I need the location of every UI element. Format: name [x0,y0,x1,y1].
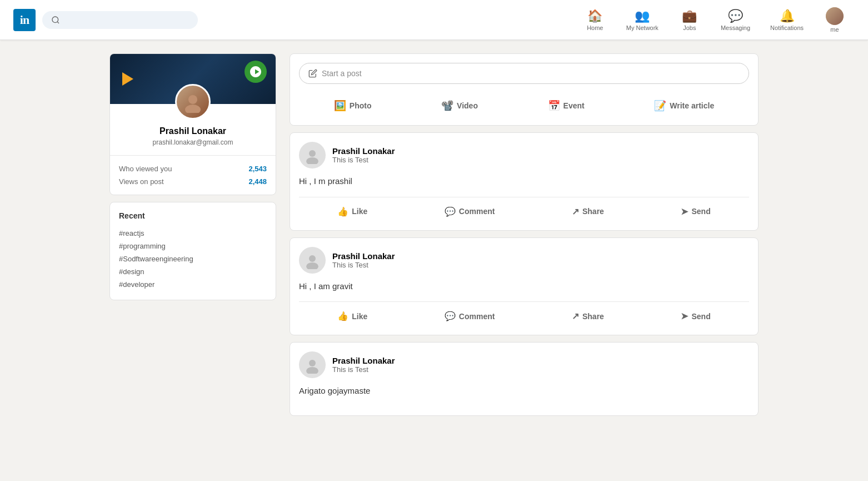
post-3-content: Arigato gojaymaste [299,385,749,398]
send-icon: ➤ [681,206,688,217]
composer-video-button[interactable]: 📽️ Video [432,95,487,116]
post-card-3: Prashil Lonakar This is Test Arigato goj… [290,342,759,416]
post-2-header: Prashil Lonakar This is Test [299,247,749,274]
recent-item-programming[interactable]: #programming [119,240,267,252]
post-2-like-button[interactable]: 👍 Like [328,306,376,326]
messaging-icon: 💬 [728,9,743,23]
post-2-author-name[interactable]: Prashil Lonakar [332,251,395,261]
profile-card: Prashil Lonakar prashil.lonakar@gmail.co… [109,53,276,195]
search-bar[interactable] [42,11,198,29]
post-1-send-label: Send [691,207,710,216]
composer-actions: 🖼️ Photo 📽️ Video 📅 Event 📝 Write articl… [299,91,749,116]
avatar-image [826,7,844,25]
nav-messaging[interactable]: 💬 Messaging [712,4,759,36]
svg-point-4 [309,150,316,157]
who-viewed-label: Who viewed you [119,165,172,173]
nav-me-label: me [830,26,839,33]
logo-text: in [20,13,29,27]
feed: Start a post 🖼️ Photo 📽️ Video 📅 Event 📝 [290,53,759,416]
svg-point-2 [188,95,197,104]
comment-icon-2: 💬 [445,311,456,321]
post-1-header: Prashil Lonakar This is Test [299,142,749,168]
main-layout: Prashil Lonakar prashil.lonakar@gmail.co… [101,40,767,429]
recent-item-reactjs[interactable]: #reactjs [119,227,267,240]
composer-input-row: Start a post [299,63,749,84]
profile-avatar [175,84,211,120]
nav-home[interactable]: 🏠 Home [575,4,615,36]
nav-me[interactable]: me [815,3,855,37]
profile-avatar-wrapper [175,84,211,120]
post-3-author-sub: This is Test [332,365,395,374]
composer-photo-button[interactable]: 🖼️ Photo [325,95,381,116]
post-1-like-label: Like [352,207,367,216]
post-2-author-info: Prashil Lonakar This is Test [332,251,395,269]
my-network-icon: 👥 [635,9,650,23]
composer-event-button[interactable]: 📅 Event [539,95,593,116]
header-left: in [13,9,198,31]
who-viewed-row[interactable]: Who viewed you 2,543 [119,162,267,175]
svg-point-6 [309,255,316,262]
pencil-icon [308,69,317,78]
post-3-author-info: Prashil Lonakar This is Test [332,356,395,374]
post-2-actions: 👍 Like 💬 Comment ↗ Share ➤ Send [299,301,749,326]
profile-banner [110,54,276,104]
sidebar: Prashil Lonakar prashil.lonakar@gmail.co… [109,53,276,416]
views-on-post-row[interactable]: Views on post 2,448 [119,175,267,188]
post-3-avatar [299,351,326,378]
share-icon: ↗ [572,206,579,217]
recent-item-softwareengineering[interactable]: #Sodftwareengineering [119,252,267,265]
header: in 🏠 Home 👥 My Network 💼 Jobs 💬 Messagin… [0,0,868,40]
svg-point-3 [185,105,201,113]
post-1-author-name[interactable]: Prashil Lonakar [332,146,395,156]
views-on-post-value: 2,448 [248,177,267,186]
nav-messaging-label: Messaging [721,24,750,31]
notifications-icon: 🔔 [780,9,795,23]
post-1-share-button[interactable]: ↗ Share [563,202,613,221]
svg-line-1 [57,22,59,23]
post-1-like-button[interactable]: 👍 Like [328,202,376,221]
post-1-comment-button[interactable]: 💬 Comment [436,202,504,221]
recent-item-design[interactable]: #design [119,265,267,278]
nodejs-badge [245,61,267,83]
post-2-comment-button[interactable]: 💬 Comment [436,306,504,326]
post-2-avatar [299,247,326,274]
composer-event-label: Event [563,101,585,110]
views-on-post-label: Views on post [119,177,164,186]
like-icon: 👍 [337,206,348,217]
svg-point-7 [306,262,318,269]
send-icon-2: ➤ [681,311,688,321]
post-1-avatar [299,142,326,168]
post-1-share-label: Share [582,207,604,216]
share-icon-2: ↗ [572,311,579,321]
post-2-share-button[interactable]: ↗ Share [563,306,613,326]
post-1-content: Hi , I m prashil [299,175,749,188]
nav-my-network-label: My Network [626,24,659,31]
post-2-author-sub: This is Test [332,261,395,269]
svg-point-0 [52,17,58,23]
post-2-send-button[interactable]: ➤ Send [672,306,719,326]
linkedin-logo[interactable]: in [13,9,36,31]
header-nav: 🏠 Home 👥 My Network 💼 Jobs 💬 Messaging 🔔… [575,3,855,37]
nav-my-network[interactable]: 👥 My Network [617,4,667,36]
post-3-author-name[interactable]: Prashil Lonakar [332,356,395,365]
play-button[interactable] [119,70,137,88]
recent-item-developer[interactable]: #developer [119,278,267,291]
play-icon [122,72,133,86]
composer-article-button[interactable]: 📝 Write article [645,95,723,116]
post-1-actions: 👍 Like 💬 Comment ↗ Share ➤ Send [299,197,749,221]
post-2-send-label: Send [691,312,710,321]
composer-input[interactable]: Start a post [299,63,749,84]
nav-jobs-label: Jobs [683,24,696,31]
post-1-send-button[interactable]: ➤ Send [672,202,719,221]
nav-jobs[interactable]: 💼 Jobs [670,4,710,36]
nav-notifications[interactable]: 🔔 Notifications [761,4,812,36]
who-viewed-value: 2,543 [248,165,267,173]
composer-placeholder: Start a post [322,69,362,78]
search-input[interactable] [64,16,189,24]
video-icon: 📽️ [441,100,453,112]
post-2-comment-label: Comment [459,312,495,321]
nav-home-label: Home [587,24,603,31]
post-2-share-label: Share [582,312,604,321]
article-icon: 📝 [654,100,666,112]
post-3-header: Prashil Lonakar This is Test [299,351,749,378]
